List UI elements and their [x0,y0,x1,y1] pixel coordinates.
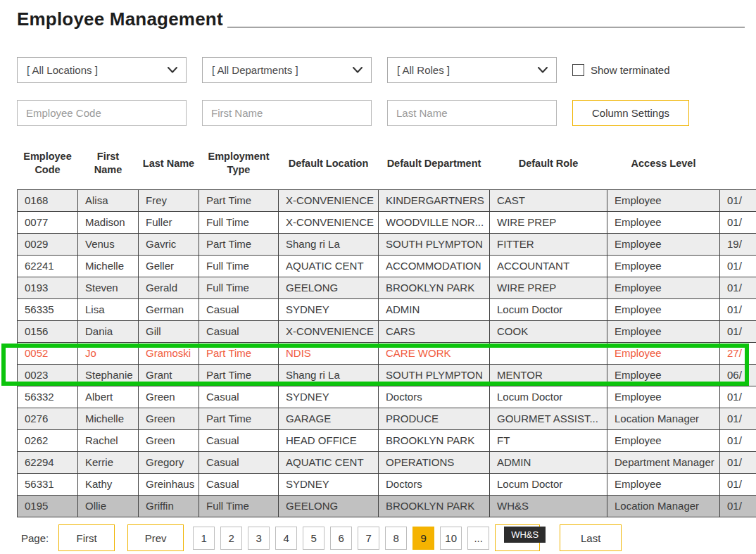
location-filter-select[interactable]: [ All Locations ] [17,57,187,83]
table-row[interactable]: 0023StephanieGrantPart TimeShang ri LaSO… [18,365,756,386]
table-cell: GEELONG [279,277,379,299]
table-cell: Casual [199,299,279,321]
table-cell: Ollie [78,496,139,517]
table-cell: KINDERGARTNERS [379,190,490,212]
table-cell: Albert [78,386,139,408]
column-header[interactable]: Default Department [379,150,490,190]
table-cell: SOUTH PLYMPTON [379,365,490,386]
page-number-button[interactable]: 10 [440,527,462,550]
table-cell: AQUATIC CENT [279,256,379,277]
table-cell: Greinhaus [139,474,199,496]
table-cell: GOURMET ASSIST... [490,408,607,430]
table-cell: ADMIN [490,452,607,474]
last-page-button[interactable]: Last [560,524,622,551]
employee-code-input[interactable] [17,100,187,126]
column-header[interactable]: Bi [720,150,756,190]
table-cell: Casual [199,474,279,496]
show-terminated-checkbox[interactable] [572,64,584,76]
table-cell: Part Time [199,365,279,386]
last-name-input[interactable] [387,100,557,126]
page-number-button[interactable]: 8 [385,527,407,550]
table-cell: 01/ [720,408,756,430]
table-cell: Michelle [78,408,139,430]
filter-bar: [ All Locations ] [ All Departments ] [ … [17,57,756,126]
table-row[interactable]: 0052JoGramoskiPart TimeNDISCARE WORKEmpl… [18,343,756,365]
column-header[interactable]: Employee Code [18,150,78,190]
table-cell: 56332 [18,386,78,408]
table-cell: Steven [78,277,139,299]
table-row[interactable]: 0193StevenGeraldFull TimeGEELONGBROOKLYN… [18,277,756,299]
page-number-button[interactable]: 9 [412,527,434,550]
first-page-button[interactable]: First [58,524,115,551]
department-filter-select[interactable]: [ All Departments ] [202,57,372,83]
prev-page-button[interactable]: Prev [127,524,184,551]
table-row[interactable]: 62241MichelleGellerFull TimeAQUATIC CENT… [18,256,756,277]
table-cell: 01/ [720,212,756,234]
role-filter-select[interactable]: [ All Roles ] [387,57,557,83]
table-row[interactable]: 0156DaniaGillCasualX-CONVENIENCECARSCOOK… [18,321,756,343]
table-cell: Shang ri La [279,365,379,386]
table-cell: 27/ [720,343,756,365]
page-label: Page: [21,532,49,544]
table-cell: Gill [139,321,199,343]
table-row[interactable]: 56331KathyGreinhausCasualSYDNEYDoctorsLo… [18,474,756,496]
table-cell: X-CONVENIENCE [279,190,379,212]
table-cell: Green [139,430,199,452]
first-name-input[interactable] [202,100,372,126]
table-cell: 01/ [720,496,756,517]
table-row[interactable]: 56332AlbertGreenCasualSYDNEYDoctorsLocum… [18,386,756,408]
table-row[interactable]: 0195OllieGriffinFull TimeGEELONGBROOKLYN… [18,496,756,517]
table-row[interactable]: 0276MichelleGreenPart TimeGARAGEPRODUCEG… [18,408,756,430]
page-number-button[interactable]: 3 [248,527,270,550]
page-header: Employee Management [17,8,745,30]
table-cell: Shang ri La [279,234,379,256]
table-cell: 01/ [720,452,756,474]
table-cell: 0023 [18,365,78,386]
table-cell: WH&S [490,496,607,517]
table-cell: 01/ [720,299,756,321]
column-header[interactable]: Access Level [607,150,720,190]
table-cell: Kerrie [78,452,139,474]
page-number-button[interactable]: 7 [358,527,379,550]
table-row[interactable]: 0029VenusGavricPart TimeShang ri LaSOUTH… [18,234,756,256]
table-cell: COOK [490,321,607,343]
column-header[interactable]: Last Name [139,150,199,190]
column-header[interactable]: Default Role [490,150,607,190]
column-header[interactable]: First Name [78,150,139,190]
table-cell: 62294 [18,452,78,474]
table-cell: Venus [78,234,139,256]
table-cell: Employee [607,256,720,277]
table-cell: Employee [607,365,720,386]
page-number-button[interactable]: 5 [303,527,325,550]
table-cell: 62241 [18,256,78,277]
table-cell: BROOKLYN PARK [379,430,490,452]
table-cell: 06/ [720,365,756,386]
table-row[interactable]: 62294KerrieGregoryCasualAQUATIC CENTOPER… [18,452,756,474]
table-cell: Doctors [379,474,490,496]
table-cell: MENTOR [490,365,607,386]
table-row[interactable]: 56335LisaGermanCasualSYDNEYADMINLocum Do… [18,299,756,321]
page-title: Employee Management [17,8,223,30]
table-cell: Part Time [199,190,279,212]
page-ellipsis-button[interactable]: ... [467,527,489,550]
column-settings-button[interactable]: Column Settings [572,100,689,126]
column-header[interactable]: Default Location [279,150,379,190]
table-cell: Gavric [139,234,199,256]
table-row[interactable]: 0077MadisonFullerFull TimeX-CONVENIENCEW… [18,212,756,234]
column-header[interactable]: Employment Type [199,150,279,190]
table-cell: CARE WORK [379,343,490,365]
table-cell: WIRE PREP [490,277,607,299]
table-row[interactable]: 0168AlisaFreyPart TimeX-CONVENIENCEKINDE… [18,190,756,212]
chevron-down-icon [353,67,363,73]
employee-table-container: Employee CodeFirst NameLast NameEmployme… [17,150,756,517]
table-cell: Locum Doctor [490,299,607,321]
table-row[interactable]: 0262RachelGreenCasualHEAD OFFICEBROOKLYN… [18,430,756,452]
next-page-button[interactable]: WH&S [495,524,540,551]
table-cell: Alisa [78,190,139,212]
page-number-button[interactable]: 2 [220,527,242,550]
table-cell: Full Time [199,277,279,299]
page-number-button[interactable]: 1 [193,527,215,550]
page-number-button[interactable]: 4 [275,527,297,550]
table-cell: 56331 [18,474,78,496]
page-number-button[interactable]: 6 [330,527,352,550]
